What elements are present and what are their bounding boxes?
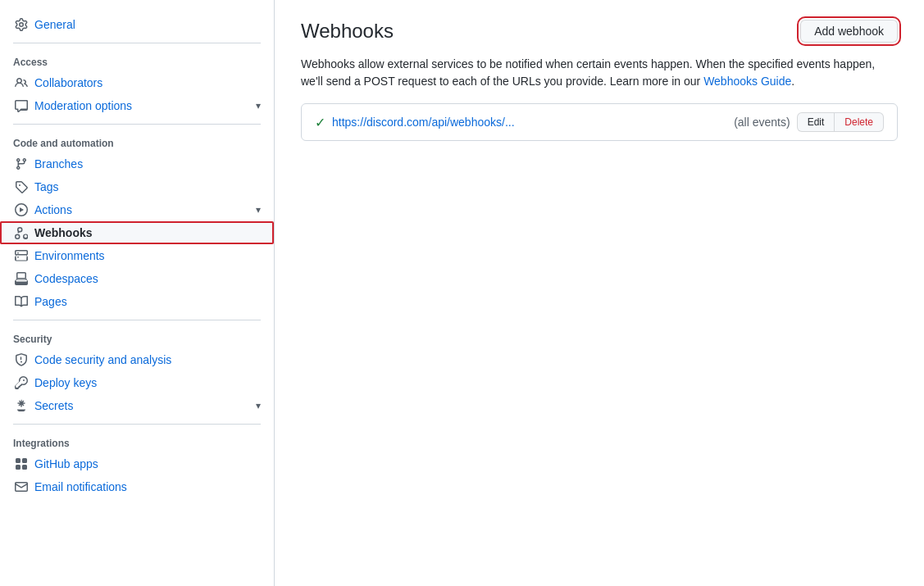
- server-icon: [15, 249, 28, 262]
- play-icon: [15, 203, 28, 216]
- sidebar-item-general-label: General: [34, 18, 261, 31]
- branch-icon: [15, 157, 28, 170]
- main-content: Webhooks Add webhook Webhooks allow exte…: [275, 0, 924, 586]
- apps-icon: [15, 457, 28, 470]
- sidebar-item-codespaces[interactable]: Codespaces: [0, 267, 274, 290]
- sidebar-divider-access: [13, 43, 261, 43]
- sidebar-item-moderation-label: Moderation options: [34, 99, 249, 112]
- sidebar-item-collaborators-label: Collaborators: [34, 76, 261, 89]
- mail-icon: [15, 480, 28, 493]
- page-title: Webhooks: [301, 20, 394, 43]
- comment-icon: [15, 99, 28, 112]
- delete-webhook-button[interactable]: Delete: [834, 112, 884, 132]
- sidebar-item-secrets[interactable]: Secrets ▾: [0, 394, 274, 417]
- tag-icon: [15, 180, 28, 193]
- webhook-row: ✓ https://discord.com/api/webhooks/... (…: [301, 103, 898, 141]
- sidebar-section-integrations: Integrations: [0, 431, 274, 452]
- sidebar-divider-security: [13, 320, 261, 320]
- person-icon: [15, 76, 28, 89]
- sidebar-section-security: Security: [0, 327, 274, 348]
- sidebar-item-webhooks[interactable]: Webhooks: [0, 221, 274, 244]
- gear-icon: [15, 18, 28, 31]
- asterisk-icon: [15, 399, 28, 412]
- webhooks-guide-link[interactable]: Webhooks Guide: [703, 75, 791, 88]
- sidebar-item-environments[interactable]: Environments: [0, 244, 274, 267]
- key-icon: [15, 376, 28, 389]
- sidebar-item-code-security-label: Code security and analysis: [34, 353, 261, 366]
- sidebar-item-email-notifications[interactable]: Email notifications: [0, 475, 274, 498]
- chevron-down-icon: ▾: [256, 100, 261, 111]
- chevron-down-icon-secrets: ▾: [256, 400, 261, 411]
- webhook-actions: Edit Delete: [797, 112, 884, 132]
- sidebar-item-actions[interactable]: Actions ▾: [0, 198, 274, 221]
- sidebar-item-webhooks-label: Webhooks: [34, 226, 261, 239]
- webhook-icon: [15, 226, 28, 239]
- sidebar-item-code-security[interactable]: Code security and analysis: [0, 348, 274, 371]
- sidebar-item-deploy-keys[interactable]: Deploy keys: [0, 371, 274, 394]
- sidebar-item-github-apps[interactable]: GitHub apps: [0, 452, 274, 475]
- description-part2: .: [791, 75, 794, 88]
- sidebar-section-code-automation: Code and automation: [0, 131, 274, 152]
- pages-icon: [15, 295, 28, 308]
- sidebar-item-codespaces-label: Codespaces: [34, 272, 261, 285]
- sidebar-item-branches[interactable]: Branches: [0, 152, 274, 175]
- sidebar-item-github-apps-label: GitHub apps: [34, 457, 261, 470]
- sidebar-item-collaborators[interactable]: Collaborators: [0, 71, 274, 94]
- sidebar-item-secrets-label: Secrets: [34, 399, 249, 412]
- webhook-events-label: (all events): [734, 116, 790, 129]
- sidebar-divider-integrations: [13, 424, 261, 425]
- sidebar-item-moderation-options[interactable]: Moderation options ▾: [0, 94, 274, 117]
- sidebar-item-tags-label: Tags: [34, 180, 261, 193]
- codespaces-icon: [15, 272, 28, 285]
- sidebar-item-deploy-keys-label: Deploy keys: [34, 376, 261, 389]
- sidebar-item-email-notifications-label: Email notifications: [34, 480, 261, 493]
- edit-webhook-button[interactable]: Edit: [797, 112, 835, 132]
- sidebar-item-environments-label: Environments: [34, 249, 261, 262]
- sidebar-item-pages[interactable]: Pages: [0, 290, 274, 313]
- sidebar-divider-code: [13, 124, 261, 125]
- description-text: Webhooks allow external services to be n…: [301, 56, 898, 90]
- sidebar-item-pages-label: Pages: [34, 295, 261, 308]
- sidebar-section-access: Access: [0, 50, 274, 71]
- sidebar-item-actions-label: Actions: [34, 203, 249, 216]
- shield-icon: [15, 353, 28, 366]
- sidebar-item-branches-label: Branches: [34, 157, 261, 170]
- add-webhook-button[interactable]: Add webhook: [800, 20, 898, 43]
- webhook-check-icon: ✓: [315, 115, 325, 130]
- chevron-down-icon-actions: ▾: [256, 204, 261, 216]
- sidebar: General Access Collaborators Moderation …: [0, 0, 275, 586]
- sidebar-item-tags[interactable]: Tags: [0, 175, 274, 198]
- sidebar-item-general[interactable]: General: [0, 13, 274, 36]
- webhook-url-link[interactable]: https://discord.com/api/webhooks/...: [332, 116, 727, 129]
- main-header: Webhooks Add webhook: [301, 20, 898, 43]
